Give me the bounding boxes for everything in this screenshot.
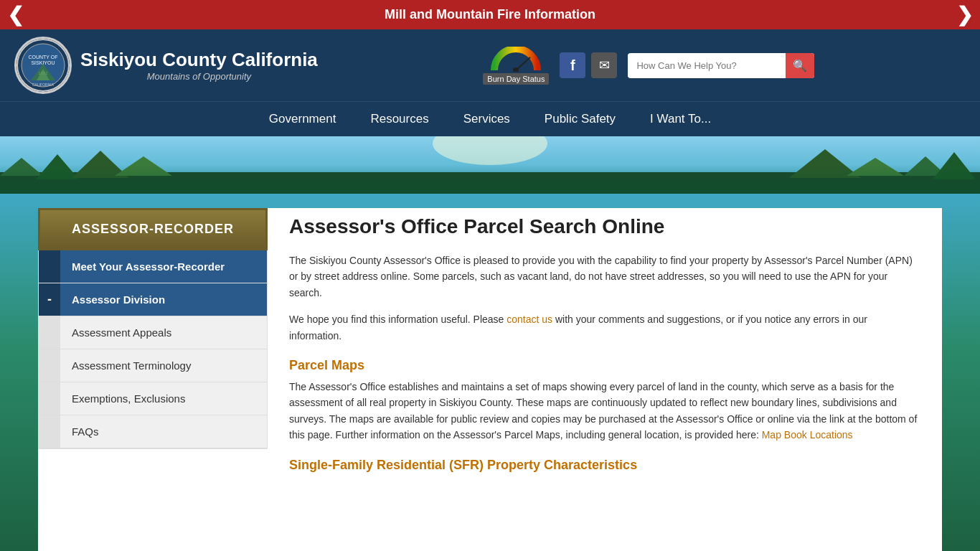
- svg-text:COUNTY OF: COUNTY OF: [28, 55, 57, 60]
- sidebar-assessor-indicator: -: [39, 283, 60, 316]
- sidebar-sub-label-faqs[interactable]: FAQs: [60, 415, 267, 448]
- main-nav: Government Resources Services Public Saf…: [0, 101, 980, 136]
- sidebar-sub-label-appeals[interactable]: Assessment Appeals: [60, 316, 267, 349]
- email-link[interactable]: ✉: [591, 52, 617, 78]
- burn-day-status[interactable]: Burn Day Status: [483, 47, 549, 85]
- sidebar: ASSESSOR-RECORDER Meet Your Assessor-Rec…: [38, 208, 268, 551]
- intro-paragraph-2: We hope you find this information useful…: [289, 311, 920, 344]
- sidebar-sub-label-exemptions[interactable]: Exemptions, Exclusions: [60, 382, 267, 415]
- site-title: Siskiyou County California: [80, 49, 318, 71]
- sidebar-menu: Meet Your Assessor-Recorder - Assessor D…: [38, 250, 268, 449]
- sidebar-sub-spacer-4: [39, 415, 60, 448]
- facebook-link[interactable]: f: [560, 52, 585, 78]
- intro-2-text: We hope you find this information useful…: [289, 314, 504, 325]
- main-container: ASSESSOR-RECORDER Meet Your Assessor-Rec…: [38, 208, 942, 551]
- nav-i-want-to[interactable]: I Want To...: [633, 102, 728, 136]
- search-input[interactable]: [628, 55, 786, 77]
- page-title: Assessor's Office Parcel Search Online: [289, 215, 920, 238]
- svg-rect-12: [0, 172, 980, 194]
- header: COUNTY OF SISKIYOU 1852 CALIFORNIA Siski…: [0, 29, 980, 101]
- sidebar-sub-label-terminology[interactable]: Assessment Terminology: [60, 349, 267, 382]
- banner-text: Mill and Mountain Fire Information: [385, 7, 595, 22]
- top-banner: ❮ Mill and Mountain Fire Information ❯: [0, 0, 980, 29]
- burn-day-gauge: [491, 47, 541, 72]
- parcel-maps-body: The Assessor's Office establishes and ma…: [289, 379, 920, 443]
- sidebar-sub-spacer-1: [39, 316, 60, 349]
- header-title: Siskiyou County California Mountains of …: [80, 49, 318, 82]
- sfr-title: Single-Family Residential (SFR) Property…: [289, 458, 920, 473]
- hero-image: [0, 136, 980, 194]
- banner-arrow-left[interactable]: ❮: [7, 3, 24, 27]
- contact-us-link[interactable]: contact us: [507, 314, 552, 325]
- sidebar-sub-assessment-terminology[interactable]: Assessment Terminology: [39, 349, 267, 382]
- sidebar-sub-spacer-3: [39, 382, 60, 415]
- site-subtitle: Mountains of Opportunity: [80, 71, 318, 82]
- map-book-link[interactable]: Map Book Locations: [762, 429, 853, 441]
- sidebar-meet-indicator: [39, 250, 60, 283]
- main-content: Assessor's Office Parcel Search Online T…: [268, 208, 942, 551]
- search-bar: 🔍: [628, 53, 814, 78]
- nav-services[interactable]: Services: [446, 102, 527, 136]
- sidebar-meet-label[interactable]: Meet Your Assessor-Recorder: [60, 250, 267, 283]
- nav-resources[interactable]: Resources: [353, 102, 446, 136]
- sidebar-item-meet[interactable]: Meet Your Assessor-Recorder: [39, 250, 267, 283]
- sidebar-sub-spacer-2: [39, 349, 60, 382]
- sidebar-sub-faqs[interactable]: FAQs: [39, 415, 267, 448]
- sidebar-sub-assessment-appeals[interactable]: Assessment Appeals: [39, 316, 267, 349]
- sidebar-header: ASSESSOR-RECORDER: [38, 208, 268, 250]
- sidebar-item-assessor-division[interactable]: - Assessor Division: [39, 283, 267, 316]
- svg-text:CALIFORNIA: CALIFORNIA: [32, 83, 55, 87]
- social-icons: f ✉: [560, 52, 617, 78]
- nav-public-safety[interactable]: Public Safety: [527, 102, 633, 136]
- banner-arrow-right[interactable]: ❯: [956, 3, 973, 27]
- intro-paragraph-1: The Siskiyou County Assessor's Office is…: [289, 253, 920, 301]
- county-seal: COUNTY OF SISKIYOU 1852 CALIFORNIA: [14, 37, 72, 94]
- burn-day-label: Burn Day Status: [483, 73, 549, 85]
- header-logo: COUNTY OF SISKIYOU 1852 CALIFORNIA Siski…: [14, 37, 318, 94]
- nav-government[interactable]: Government: [252, 102, 354, 136]
- header-center: Burn Day Status f ✉ 🔍: [332, 47, 966, 85]
- sidebar-assessor-label[interactable]: Assessor Division: [60, 283, 267, 316]
- parcel-maps-title: Parcel Maps: [289, 358, 920, 373]
- sidebar-sub-exemptions[interactable]: Exemptions, Exclusions: [39, 382, 267, 415]
- svg-line-8: [516, 57, 530, 70]
- search-button[interactable]: 🔍: [786, 53, 814, 78]
